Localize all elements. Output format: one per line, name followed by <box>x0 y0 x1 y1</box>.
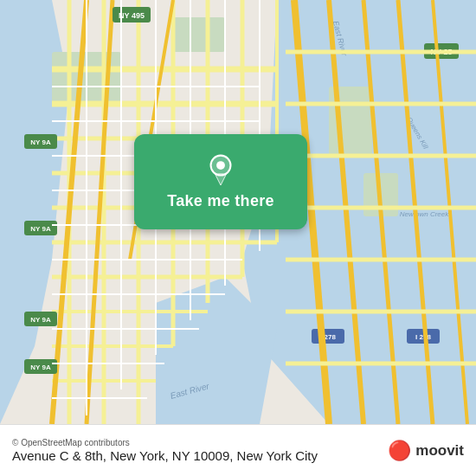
take-me-there-button[interactable]: Take me there <box>134 134 307 229</box>
svg-marker-78 <box>215 173 226 184</box>
svg-point-77 <box>216 161 225 170</box>
moovit-name: moovit <box>415 442 464 460</box>
osm-credit: © OpenStreetMap contributors <box>12 438 318 447</box>
svg-text:NY 495: NY 495 <box>119 11 145 20</box>
map-container: NY 495 NY 25 NY 9A NY 9A NY 9A NY 9A I 2… <box>0 0 476 424</box>
bottom-info: © OpenStreetMap contributors Avenue C & … <box>12 438 318 463</box>
button-label: Take me there <box>167 192 274 210</box>
svg-text:NY 9A: NY 9A <box>30 138 51 146</box>
svg-text:NY 9A: NY 9A <box>30 316 51 324</box>
svg-rect-5 <box>173 17 225 52</box>
moovit-icon: 🔴 <box>388 440 411 462</box>
svg-text:Newtown Creek: Newtown Creek <box>400 210 449 218</box>
svg-text:NY 9A: NY 9A <box>30 363 51 371</box>
moovit-logo: 🔴 moovit <box>388 440 464 462</box>
svg-text:NY 9A: NY 9A <box>30 225 51 233</box>
bottom-bar: © OpenStreetMap contributors Avenue C & … <box>0 424 476 476</box>
location-text: Avenue C & 8th, New York, NY 10009, New … <box>12 448 318 463</box>
location-pin-icon <box>205 154 236 185</box>
